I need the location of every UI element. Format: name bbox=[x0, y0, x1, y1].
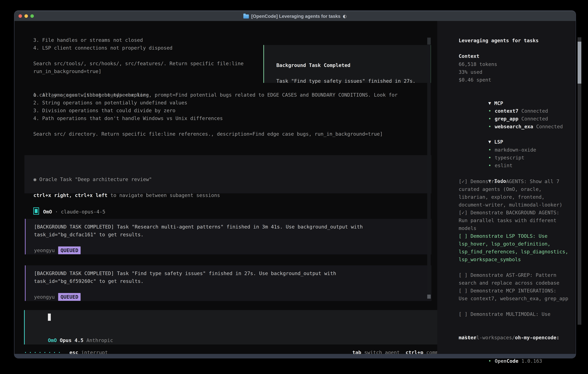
input-agent-name: OmO bbox=[48, 337, 57, 343]
prompt-input[interactable]: OmO Opus 4.5 Anthropic bbox=[24, 310, 449, 344]
green-dot-icon: • bbox=[488, 124, 491, 129]
input-provider: Anthropic bbox=[86, 337, 113, 343]
input-model-name: Opus 4.5 bbox=[60, 337, 84, 343]
window-title-group: [OpenCode] Leveraging agents for tasks ◐ bbox=[14, 11, 576, 21]
context-header: Context bbox=[459, 52, 479, 60]
todo-pending-items: [ ] Demonstrate MULTIMODAL: Use bbox=[459, 310, 588, 318]
model-info-line: OmO Opus 4.5 Anthropic bbox=[48, 329, 113, 344]
task-message-text: [BACKGROUND TASK COMPLETED] Task "Find t… bbox=[34, 270, 336, 285]
context-stats: 66,518 tokens 33% used $0.46 spent bbox=[459, 60, 497, 84]
workspace-path: ~/local-workspaces/oh-my-opencode: bbox=[459, 326, 588, 342]
status-badge: QUEUED bbox=[58, 293, 81, 301]
oracle-hint-line: ctrl+x right, ctrl+x left to navigate be… bbox=[33, 184, 220, 199]
oracle-title: Oracle Task "Deep architecture review" bbox=[39, 177, 152, 182]
agent-square-icon bbox=[33, 208, 39, 215]
session-half-circle-icon: ◐ bbox=[343, 11, 346, 21]
folder-icon bbox=[243, 14, 249, 19]
sidebar-scrollbar[interactable] bbox=[578, 37, 581, 325]
status-badge: QUEUED bbox=[58, 246, 81, 254]
agent-header-line: OmO · claude-opus-4-5 bbox=[33, 200, 105, 216]
oracle-hint-keys: ctrl+x right, ctrl+x left bbox=[33, 192, 107, 198]
todo-active-items: [ ] Demonstrate LSP TOOLS: Use lsp_hover… bbox=[459, 232, 588, 263]
task-message-card[interactable]: [BACKGROUND TASK COMPLETED] Task "Resear… bbox=[25, 219, 431, 254]
oracle-task-card[interactable]: ◉ Oracle Task "Deep architecture review"… bbox=[24, 155, 431, 193]
main-scrollbar[interactable] bbox=[427, 38, 431, 299]
notification-title: Background Task Completed bbox=[276, 61, 350, 69]
green-dot-icon: • bbox=[488, 358, 491, 364]
session-sidebar: Leveraging agents for tasks Context 66,5… bbox=[437, 21, 575, 354]
window-title: [OpenCode] Leveraging agents for tasks bbox=[251, 11, 340, 21]
oracle-icon: ◉ bbox=[33, 177, 36, 182]
task-message-meta: yeongyuQUEUED bbox=[34, 239, 81, 254]
agent-model: claude-opus-4-5 bbox=[61, 209, 105, 215]
chat-main-area: 3. File handles or streams not closed 4.… bbox=[14, 21, 437, 358]
version-line: •OpenCode 1.0.163 bbox=[459, 349, 542, 373]
task-message-meta: yeongyuQUEUED bbox=[34, 285, 81, 301]
workspace-branch: master bbox=[459, 334, 476, 342]
task-message-text: [BACKGROUND TASK COMPLETED] Task "Resear… bbox=[34, 223, 363, 239]
green-dot-icon: • bbox=[488, 163, 491, 168]
session-title: Leveraging agents for tasks bbox=[459, 37, 539, 44]
screen: [OpenCode] Leveraging agents for tasks ◐… bbox=[0, 0, 588, 374]
window-bottom-edge bbox=[14, 354, 576, 358]
agent-name: OmO bbox=[43, 209, 52, 215]
todo-done-items: [✓] Demonstrate AGENTS: Show all 7 curat… bbox=[459, 177, 588, 232]
text-cursor bbox=[48, 313, 51, 321]
oracle-hint-text: to navigate between subagent sessions bbox=[107, 192, 220, 198]
tool-output-text: 3. File handles or streams not closed 4.… bbox=[33, 36, 243, 75]
main-scrollbar-thumb[interactable] bbox=[427, 295, 431, 299]
task-message-card[interactable]: [BACKGROUND TASK COMPLETED] Task "Find t… bbox=[25, 265, 431, 301]
separator-dot: · bbox=[55, 209, 58, 215]
task-user: yeongyu bbox=[34, 294, 55, 300]
todo-pending-items: [ ] Demonstrate AST-GREP: Pattern search… bbox=[459, 271, 588, 302]
background-task-notification[interactable]: Background Task Completed Task "Find typ… bbox=[263, 45, 431, 83]
oracle-title-line: ◉ Oracle Task "Deep architecture review" bbox=[33, 168, 152, 183]
tool-call-body: 1. Array access without bounds checking … bbox=[33, 91, 383, 138]
opencode-window: [OpenCode] Leveraging agents for tasks ◐… bbox=[14, 11, 576, 358]
title-bar: [OpenCode] Leveraging agents for tasks ◐ bbox=[14, 11, 576, 21]
task-user: yeongyu bbox=[34, 248, 55, 253]
main-scrollbar-top-segment[interactable] bbox=[427, 38, 431, 44]
sidebar-scrollbar-thumb[interactable] bbox=[578, 42, 581, 83]
